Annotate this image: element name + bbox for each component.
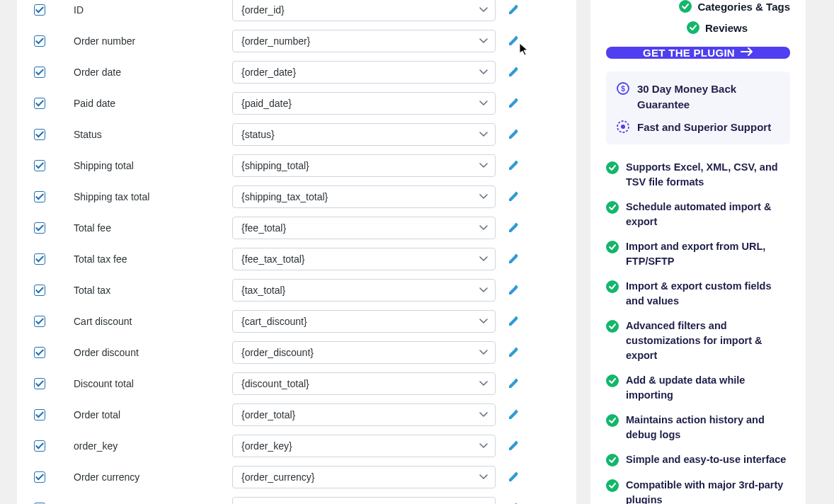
chevron-down-icon <box>479 38 488 44</box>
check-circle-icon <box>606 161 619 174</box>
guarantee-box: $ 30 Day Money Back Guarantee Fast and S… <box>606 71 790 144</box>
field-label: Order total <box>74 409 232 420</box>
field-value-select[interactable]: {paid_date} <box>232 92 496 115</box>
field-value-select[interactable]: {order_discount} <box>232 341 496 364</box>
chevron-down-icon <box>479 225 488 231</box>
field-enable-checkbox[interactable] <box>34 316 45 327</box>
field-label: ID <box>74 4 232 16</box>
guarantee-money-back: $ 30 Day Money Back Guarantee <box>616 81 780 113</box>
field-row: Order number {order_number} <box>34 25 559 57</box>
field-enable-checkbox[interactable] <box>34 471 45 483</box>
field-enable-checkbox[interactable] <box>34 347 45 358</box>
get-plugin-label: GET THE PLUGIN <box>643 47 735 59</box>
field-label: Status <box>74 129 232 140</box>
edit-field-button[interactable] <box>505 375 522 392</box>
chevron-down-icon <box>479 287 488 293</box>
check-circle-icon <box>606 201 619 214</box>
field-value-select[interactable]: {shipping_total} <box>232 154 496 177</box>
field-value-text: {cart_discount} <box>241 316 307 327</box>
fields-table: ID {order_id} Order number {order_number… <box>34 0 559 504</box>
field-value-select[interactable]: {order_total} <box>232 403 496 426</box>
top-feature-label: Categories & Tags <box>697 1 790 13</box>
field-enable-checkbox[interactable] <box>34 160 45 171</box>
edit-field-button[interactable] <box>505 219 522 236</box>
benefit-text: Supports Excel, XML, CSV, and TSV file f… <box>626 160 790 190</box>
field-label: Shipping total <box>74 160 232 171</box>
pencil-icon <box>508 129 519 140</box>
benefit-text: Import and export from URL, FTP/SFTP <box>626 239 790 269</box>
field-value-select[interactable]: {shipping_tax_total} <box>232 185 496 208</box>
field-value-text: {fee_total} <box>241 222 286 234</box>
benefit-item: Import & export custom fields and values <box>606 279 790 309</box>
field-value-select[interactable]: {discount_total} <box>232 372 496 395</box>
field-enable-checkbox[interactable] <box>34 191 45 202</box>
edit-field-button[interactable] <box>505 313 522 330</box>
edit-field-button[interactable] <box>505 64 522 81</box>
field-value-text: {shipping_tax_total} <box>241 191 328 202</box>
benefit-text: Advanced filters and customizations for … <box>626 319 790 363</box>
edit-field-button[interactable] <box>505 282 522 299</box>
field-row: Order discount {order_discount} <box>34 337 559 368</box>
check-circle-icon <box>606 320 619 333</box>
chevron-down-icon <box>479 7 488 13</box>
field-enable-checkbox[interactable] <box>34 409 45 420</box>
edit-field-button[interactable] <box>505 1 522 18</box>
field-value-select[interactable]: {tax_total} <box>232 279 496 302</box>
field-row: Total tax fee {fee_tax_total} <box>34 244 559 275</box>
field-enable-checkbox[interactable] <box>34 67 45 78</box>
edit-field-button[interactable] <box>505 500 522 504</box>
field-value-text: {fee_tax_total} <box>241 253 305 265</box>
field-enable-checkbox[interactable] <box>34 4 45 16</box>
field-enable-checkbox[interactable] <box>34 378 45 389</box>
field-value-select[interactable]: {fee_tax_total} <box>232 248 496 270</box>
chevron-down-icon <box>479 319 488 324</box>
benefit-text: Schedule automated import & export <box>626 200 790 229</box>
field-value-text: {paid_date} <box>241 98 292 109</box>
edit-field-button[interactable] <box>505 33 522 50</box>
field-value-select[interactable]: {order_id} <box>232 0 496 21</box>
field-label: Order number <box>74 35 232 47</box>
field-value-select[interactable]: {order_key} <box>232 435 496 457</box>
edit-field-button[interactable] <box>505 469 522 486</box>
edit-field-button[interactable] <box>505 406 522 423</box>
field-label: Paid date <box>74 98 232 109</box>
edit-field-button[interactable] <box>505 251 522 268</box>
field-value-select[interactable]: {order_number} <box>232 30 496 52</box>
field-value-select[interactable]: {order_date} <box>232 61 496 84</box>
field-enable-checkbox[interactable] <box>34 222 45 234</box>
field-enable-checkbox[interactable] <box>34 440 45 452</box>
chevron-down-icon <box>479 101 488 106</box>
field-enable-checkbox[interactable] <box>34 35 45 47</box>
edit-field-button[interactable] <box>505 437 522 454</box>
field-value-select[interactable]: {cart_discount} <box>232 310 496 333</box>
field-label: Total fee <box>74 222 232 234</box>
field-value-text: {discount_total} <box>241 378 309 389</box>
edit-field-button[interactable] <box>505 344 522 361</box>
benefit-item: Maintains action history and debug logs <box>606 413 790 442</box>
field-row: order_key {order_key} <box>34 430 559 462</box>
benefit-item: Add & update data while importing <box>606 373 790 403</box>
top-feature-categories-tags: Categories & Tags <box>679 0 790 13</box>
benefit-item: Schedule automated import & export <box>606 200 790 229</box>
field-value-text: {order_currency} <box>241 471 315 483</box>
field-enable-checkbox[interactable] <box>34 129 45 140</box>
field-enable-checkbox[interactable] <box>34 253 45 265</box>
field-value-select[interactable]: {payment_method} <box>232 497 496 504</box>
field-value-select[interactable]: {fee_total} <box>232 217 496 239</box>
check-circle-icon <box>679 0 692 13</box>
check-circle-icon <box>606 241 619 253</box>
get-plugin-button[interactable]: GET THE PLUGIN <box>606 47 790 59</box>
edit-field-button[interactable] <box>505 157 522 174</box>
edit-field-button[interactable] <box>505 126 522 143</box>
field-value-text: {status} <box>241 129 275 140</box>
top-feature-reviews: Reviews <box>687 21 748 34</box>
field-enable-checkbox[interactable] <box>34 285 45 296</box>
field-enable-checkbox[interactable] <box>34 98 45 109</box>
field-value-select[interactable]: {order_currency} <box>232 466 496 488</box>
field-value-select[interactable]: {status} <box>232 123 496 146</box>
edit-field-button[interactable] <box>505 95 522 112</box>
support-icon <box>616 120 630 134</box>
edit-field-button[interactable] <box>505 188 522 205</box>
svg-text:$: $ <box>621 85 625 93</box>
chevron-down-icon <box>479 474 488 480</box>
